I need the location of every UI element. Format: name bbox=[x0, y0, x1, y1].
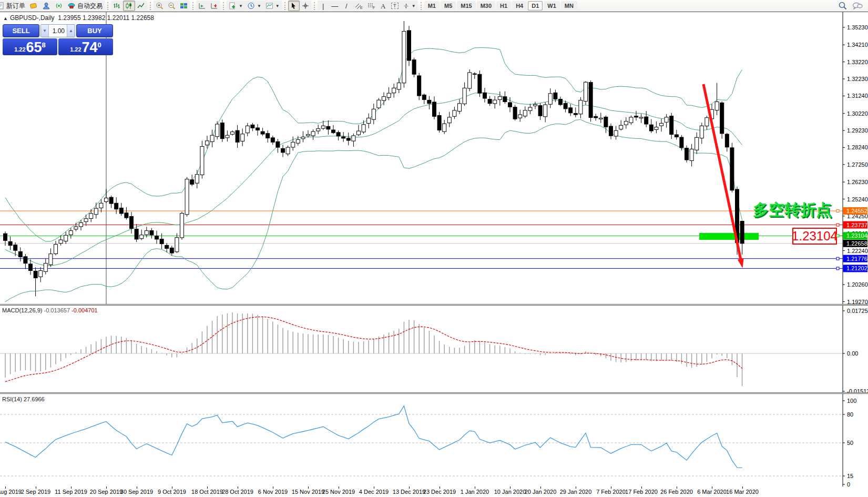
bid-price-small: 1.22 bbox=[14, 46, 25, 53]
svg-text:1.32230: 1.32230 bbox=[847, 76, 868, 82]
price-callout[interactable]: 1.23104 bbox=[792, 228, 843, 244]
timeframe-M30[interactable]: M30 bbox=[477, 1, 495, 11]
svg-text:15: 15 bbox=[847, 473, 853, 479]
date-label: 2 Sep 2019 bbox=[21, 489, 50, 495]
zoom-out-icon bbox=[168, 2, 176, 10]
svg-text:1.23104: 1.23104 bbox=[792, 229, 838, 243]
market-watch-button[interactable] bbox=[40, 1, 53, 11]
arrows-button[interactable]: ▼ bbox=[401, 1, 418, 11]
horizontal-line-button[interactable]: — bbox=[329, 1, 341, 11]
ask-price-sup: 0 bbox=[98, 41, 101, 49]
macd-pane[interactable]: 0.0172520.00-0.015128 bbox=[0, 306, 868, 392]
svg-text:1.22240: 1.22240 bbox=[847, 248, 868, 254]
symbol-period-label: GBPUSD-,Daily bbox=[10, 14, 55, 22]
new-order-label: 新订单 bbox=[6, 2, 25, 11]
text-button[interactable]: A bbox=[377, 1, 389, 11]
chart-title: ▲GBPUSD-,Daily 1.23955 1.23982 1.22011 1… bbox=[3, 14, 154, 22]
text-icon: A bbox=[381, 3, 385, 9]
toolbar-grip bbox=[223, 2, 224, 10]
main-chart[interactable]: 多空转折点 多空转折点 1.231041.352301.342101.33220… bbox=[0, 12, 868, 304]
toolbar: 新订单 自动交易 bbox=[0, 0, 868, 12]
line-chart-button[interactable] bbox=[135, 1, 147, 11]
equidistant-channel-button[interactable]: E bbox=[352, 1, 365, 11]
chart-shift-button[interactable] bbox=[208, 1, 220, 11]
auto-scroll-button[interactable] bbox=[196, 1, 208, 11]
timeframe-M1[interactable]: M1 bbox=[424, 1, 440, 11]
bid-price[interactable]: 1.22 65 8 bbox=[3, 38, 57, 55]
zoom-in-button[interactable] bbox=[154, 1, 166, 11]
arrows-dropdown-caret[interactable]: ▼ bbox=[412, 4, 416, 8]
timeframe-M5[interactable]: M5 bbox=[441, 1, 456, 11]
svg-text:F: F bbox=[373, 6, 375, 9]
bar-chart-button[interactable] bbox=[111, 1, 123, 11]
svg-text:1.31240: 1.31240 bbox=[847, 93, 868, 99]
svg-text:E: E bbox=[360, 6, 363, 9]
auto-trading-label: 自动交易 bbox=[77, 2, 103, 11]
zoom-out-button[interactable] bbox=[166, 1, 178, 11]
indicators-button[interactable]: ▼ bbox=[227, 1, 245, 11]
timeframe-W1[interactable]: W1 bbox=[544, 1, 560, 11]
svg-text:1.20260: 1.20260 bbox=[847, 281, 868, 288]
volume-up-button[interactable]: ▲ bbox=[67, 25, 75, 37]
svg-text:1.23104: 1.23104 bbox=[846, 232, 867, 239]
tile-windows-button[interactable] bbox=[178, 1, 190, 11]
turning-point-annotation[interactable]: 多空转折点 多空转折点 bbox=[753, 201, 833, 219]
person-icon bbox=[42, 2, 50, 9]
signals-button[interactable] bbox=[53, 1, 65, 11]
templates-dropdown-caret[interactable]: ▼ bbox=[275, 4, 280, 8]
axis-badge-1.23104: 1.23104 bbox=[843, 232, 868, 239]
text-label-button[interactable]: T bbox=[389, 1, 401, 11]
date-label: 20 Jan 2020 bbox=[525, 489, 557, 495]
favorites-button[interactable] bbox=[27, 1, 40, 11]
volume-down-button[interactable]: ▼ bbox=[41, 25, 49, 37]
periods-button[interactable]: ▼ bbox=[245, 1, 263, 11]
macd-signal-value: -0.004701 bbox=[72, 307, 98, 313]
timeframe-D1[interactable]: D1 bbox=[528, 1, 543, 11]
volume-value[interactable]: 1.00 bbox=[49, 25, 67, 37]
cursor-button[interactable] bbox=[288, 1, 300, 11]
trendline-button[interactable]: / bbox=[341, 1, 352, 11]
rsi-pane[interactable]: 1008050150 bbox=[0, 394, 868, 486]
date-label: 16 Mar 2020 bbox=[726, 489, 759, 495]
vertical-line-button[interactable]: | bbox=[318, 1, 329, 11]
crosshair-button[interactable] bbox=[300, 1, 311, 11]
zoom-in-icon bbox=[156, 2, 164, 10]
quote-panel-collapse-icon[interactable]: ▲ bbox=[3, 16, 8, 21]
rsi-indicator-label: RSI(14) 27.6966 bbox=[2, 396, 45, 402]
timeframe-H4[interactable]: H4 bbox=[512, 1, 527, 11]
new-order-button[interactable]: 新订单 bbox=[0, 1, 27, 11]
fibonacci-button[interactable]: F bbox=[365, 1, 377, 11]
toolbar-grip bbox=[284, 2, 285, 10]
periods-dropdown-caret[interactable]: ▼ bbox=[257, 4, 261, 8]
timeframe-MN[interactable]: MN bbox=[561, 1, 577, 11]
chat-icon[interactable] bbox=[852, 2, 863, 10]
auto-scroll-icon bbox=[198, 2, 206, 9]
sell-button[interactable]: SELL bbox=[3, 24, 39, 37]
auto-trading-button[interactable]: 自动交易 bbox=[65, 1, 105, 11]
highlight-rectangle[interactable] bbox=[699, 233, 759, 240]
bid-price-big: 65 bbox=[26, 40, 42, 54]
timeframe-M15[interactable]: M15 bbox=[457, 1, 475, 11]
search-icon[interactable] bbox=[839, 2, 847, 10]
date-label: 18 Oct 2019 bbox=[191, 489, 223, 495]
indicators-dropdown-caret[interactable]: ▼ bbox=[239, 4, 243, 8]
bar-chart-icon bbox=[113, 2, 121, 9]
date-label: 23 Dec 2019 bbox=[423, 489, 456, 495]
timeframe-H1[interactable]: H1 bbox=[496, 1, 511, 11]
svg-text:100: 100 bbox=[847, 398, 856, 404]
date-label: 11 Sep 2019 bbox=[55, 489, 87, 495]
date-label: 4 Dec 2019 bbox=[359, 489, 389, 495]
timeframe-group: M1M5M15M30H1H4D1W1MN bbox=[424, 1, 577, 11]
svg-text:多空转折点: 多空转折点 bbox=[753, 201, 832, 218]
time-axis[interactable]: 23 Aug 20192 Sep 201911 Sep 201920 Sep 2… bbox=[0, 486, 868, 497]
date-label: 6 Mar 2020 bbox=[697, 489, 727, 495]
date-label: 1 Jan 2020 bbox=[461, 489, 489, 495]
templates-button[interactable]: ▼ bbox=[263, 1, 282, 11]
tile-windows-icon bbox=[180, 2, 188, 9]
svg-text:0: 0 bbox=[847, 481, 850, 486]
date-label: 9 Oct 2019 bbox=[158, 489, 186, 495]
buy-button[interactable]: BUY bbox=[76, 24, 113, 37]
candlestick-chart-button[interactable] bbox=[123, 1, 135, 11]
ask-price[interactable]: 1.22 74 0 bbox=[58, 38, 113, 55]
svg-text:1.24552: 1.24552 bbox=[846, 208, 867, 214]
